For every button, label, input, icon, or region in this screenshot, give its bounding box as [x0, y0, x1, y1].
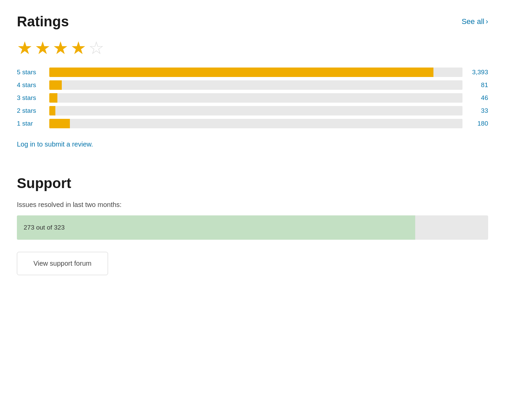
bar-fill: [49, 68, 433, 77]
bar-label: 3 stars: [17, 94, 44, 102]
ratings-title: Ratings: [17, 14, 69, 30]
see-all-label: See all: [461, 17, 484, 26]
bar-track: [49, 93, 462, 103]
bar-row: 3 stars46: [17, 93, 488, 103]
bar-label: 2 stars: [17, 107, 44, 114]
bar-track: [49, 68, 462, 77]
bar-fill: [49, 106, 55, 115]
view-support-forum-button[interactable]: View support forum: [17, 252, 108, 275]
bar-row: 4 stars81: [17, 80, 488, 90]
bar-track: [49, 106, 462, 115]
bar-fill: [49, 119, 70, 128]
login-to-review-link[interactable]: Log in to submit a review.: [17, 140, 93, 148]
issues-resolved-label: Issues resolved in last two months:: [17, 201, 488, 209]
bar-count: 33: [468, 107, 488, 114]
star-3-icon: ★: [53, 39, 69, 57]
star-2-icon: ★: [35, 39, 51, 57]
star-1-icon: ★: [17, 39, 33, 57]
bar-track: [49, 80, 462, 90]
support-resolved-text: 273 out of 323: [24, 224, 65, 231]
ratings-bar-chart: 5 stars3,3934 stars813 stars462 stars331…: [17, 68, 488, 128]
ratings-section: Ratings See all › ★ ★ ★ ★ ☆ 5 stars3,393…: [17, 14, 488, 164]
support-section: Support Issues resolved in last two mont…: [17, 175, 488, 275]
bar-fill: [49, 93, 57, 103]
bar-label: 4 stars: [17, 81, 44, 89]
bar-row: 2 stars33: [17, 106, 488, 115]
bar-count: 81: [468, 81, 488, 89]
see-all-chevron-icon: ›: [486, 17, 488, 26]
bar-label: 1 star: [17, 120, 44, 127]
bar-count: 180: [468, 120, 488, 127]
bar-count: 46: [468, 94, 488, 102]
bar-fill: [49, 80, 62, 90]
see-all-link[interactable]: See all ›: [461, 17, 488, 26]
star-4-icon: ★: [71, 39, 86, 57]
bar-count: 3,393: [468, 69, 488, 76]
star-5-icon: ☆: [88, 39, 104, 57]
support-progress-fill: 273 out of 323: [17, 215, 415, 240]
bar-track: [49, 119, 462, 128]
bar-row: 1 star180: [17, 119, 488, 128]
bar-label: 5 stars: [17, 69, 44, 76]
support-progress-track: 273 out of 323: [17, 215, 488, 240]
stars-row: ★ ★ ★ ★ ☆: [17, 39, 488, 57]
ratings-header: Ratings See all ›: [17, 14, 488, 30]
bar-row: 5 stars3,393: [17, 68, 488, 77]
support-title: Support: [17, 175, 488, 191]
